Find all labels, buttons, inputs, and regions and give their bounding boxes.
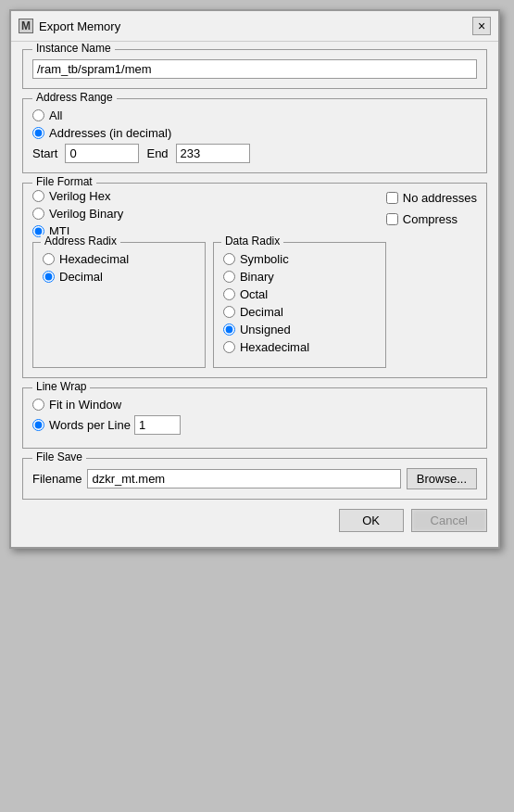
ff-vbin-row: Verilog Binary: [32, 207, 386, 221]
addr-all-row: All: [32, 108, 477, 122]
address-range-fieldset: Address Range All Addresses (in decimal)…: [22, 98, 487, 173]
ar-hex-radio[interactable]: [43, 253, 55, 265]
dr-bin-radio[interactable]: [223, 271, 235, 283]
dr-hex-radio[interactable]: [223, 341, 235, 353]
dr-bin-label: Binary: [240, 270, 274, 284]
filename-label: Filename: [32, 472, 81, 486]
app-icon: M: [19, 19, 33, 33]
line-wrap-legend: Line Wrap: [32, 380, 90, 393]
dr-sym-label: Symbolic: [240, 252, 289, 266]
ar-dec-label: Decimal: [59, 270, 103, 284]
lw-fit-row: Fit in Window: [32, 398, 477, 412]
ff-vhex-label: Verilog Hex: [49, 189, 110, 203]
addr-decimal-row: Addresses (in decimal): [32, 126, 477, 140]
filename-input[interactable]: [87, 469, 400, 488]
dr-bin-row: Binary: [223, 270, 376, 284]
ff-vbin-radio[interactable]: [32, 208, 44, 220]
dr-sym-radio[interactable]: [223, 253, 235, 265]
browse-button[interactable]: Browse...: [407, 468, 477, 489]
address-radix-fieldset: Address Radix Hexadecimal Decimal: [32, 242, 206, 368]
compress-label: Compress: [403, 212, 458, 226]
instance-name-input[interactable]: [32, 59, 477, 79]
address-radix-legend: Address Radix: [41, 235, 120, 247]
dialog-body: Instance Name Address Range All Addresse…: [11, 42, 498, 547]
compress-row: Compress: [386, 212, 477, 226]
end-label: End: [146, 146, 168, 160]
file-format-fieldset: File Format Verilog Hex Verilog Binary M…: [22, 183, 487, 378]
ff-vbin-label: Verilog Binary: [49, 207, 123, 221]
file-format-right: No addresses Compress: [386, 189, 477, 368]
addr-all-label: All: [49, 108, 62, 122]
dr-dec-radio[interactable]: [223, 306, 235, 318]
ff-vhex-row: Verilog Hex: [32, 189, 386, 203]
compress-checkbox[interactable]: [386, 213, 398, 225]
dr-dec-label: Decimal: [240, 305, 283, 319]
instance-name-legend: Instance Name: [32, 42, 115, 55]
dr-oct-row: Octal: [223, 287, 376, 301]
ar-hex-label: Hexadecimal: [59, 252, 129, 266]
address-range-legend: Address Range: [32, 91, 117, 104]
start-label: Start: [32, 146, 57, 160]
dr-sym-row: Symbolic: [223, 252, 376, 266]
ok-button[interactable]: OK: [339, 509, 404, 532]
dr-uns-label: Unsigned: [240, 323, 291, 336]
ar-dec-row: Decimal: [43, 270, 195, 284]
start-input[interactable]: [65, 144, 139, 163]
lw-fit-label: Fit in Window: [49, 398, 121, 412]
cancel-button[interactable]: Cancel: [411, 509, 487, 532]
lw-wpl-label: Words per Line: [49, 418, 131, 432]
lw-wpl-radio[interactable]: [32, 419, 44, 431]
data-radix-legend: Data Radix: [221, 235, 283, 247]
ar-dec-radio[interactable]: [43, 271, 55, 283]
dr-uns-row: Unsigned: [223, 323, 376, 336]
data-radix-fieldset: Data Radix Symbolic Binary: [213, 242, 386, 368]
addr-range-inputs: Start End: [32, 144, 477, 163]
bottom-buttons: OK Cancel: [22, 509, 487, 536]
mti-inner: Address Radix Hexadecimal Decimal: [32, 242, 386, 368]
file-save-fieldset: File Save Filename Browse...: [22, 458, 487, 500]
dr-hex-label: Hexadecimal: [240, 340, 309, 354]
dr-oct-label: Octal: [240, 287, 268, 301]
words-per-line-input[interactable]: [134, 415, 181, 435]
dr-dec-row: Decimal: [223, 305, 376, 319]
ff-vhex-radio[interactable]: [32, 190, 44, 202]
dr-oct-radio[interactable]: [223, 288, 235, 300]
export-memory-dialog: M Export Memory × Instance Name Address …: [9, 9, 500, 549]
lw-fit-radio[interactable]: [32, 399, 44, 411]
file-format-legend: File Format: [32, 175, 96, 188]
title-bar: M Export Memory ×: [11, 11, 498, 42]
close-button[interactable]: ×: [472, 17, 491, 35]
file-format-left: Verilog Hex Verilog Binary MTI Ad: [32, 189, 386, 368]
file-save-legend: File Save: [32, 450, 86, 463]
file-save-row: Filename Browse...: [32, 468, 477, 489]
no-addresses-checkbox[interactable]: [386, 192, 398, 204]
addr-all-radio[interactable]: [32, 109, 44, 121]
dialog-title: Export Memory: [39, 19, 472, 33]
addr-decimal-radio[interactable]: [32, 127, 44, 139]
no-addresses-label: No addresses: [403, 191, 477, 205]
ar-hex-row: Hexadecimal: [43, 252, 195, 266]
no-addresses-row: No addresses: [386, 191, 477, 205]
dr-hex-row: Hexadecimal: [223, 340, 376, 354]
addr-decimal-label: Addresses (in decimal): [49, 126, 171, 140]
lw-wpl-row: Words per Line: [32, 415, 477, 435]
instance-name-fieldset: Instance Name: [22, 49, 487, 89]
dr-uns-radio[interactable]: [223, 324, 235, 336]
line-wrap-fieldset: Line Wrap Fit in Window Words per Line: [22, 387, 487, 449]
end-input[interactable]: [176, 144, 250, 163]
